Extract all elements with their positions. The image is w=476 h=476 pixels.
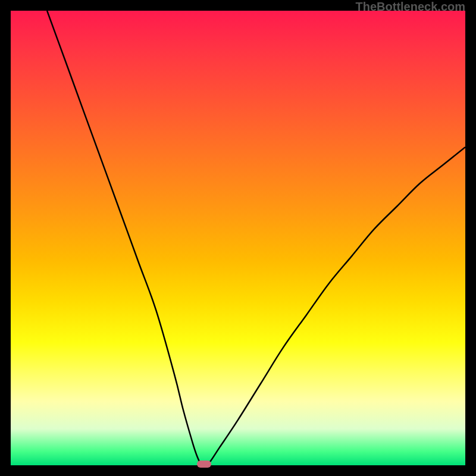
optimal-point-marker bbox=[197, 461, 211, 468]
chart-frame bbox=[11, 11, 465, 465]
watermark-text: TheBottleneck.com bbox=[356, 0, 465, 14]
bottleneck-curve bbox=[11, 11, 465, 465]
